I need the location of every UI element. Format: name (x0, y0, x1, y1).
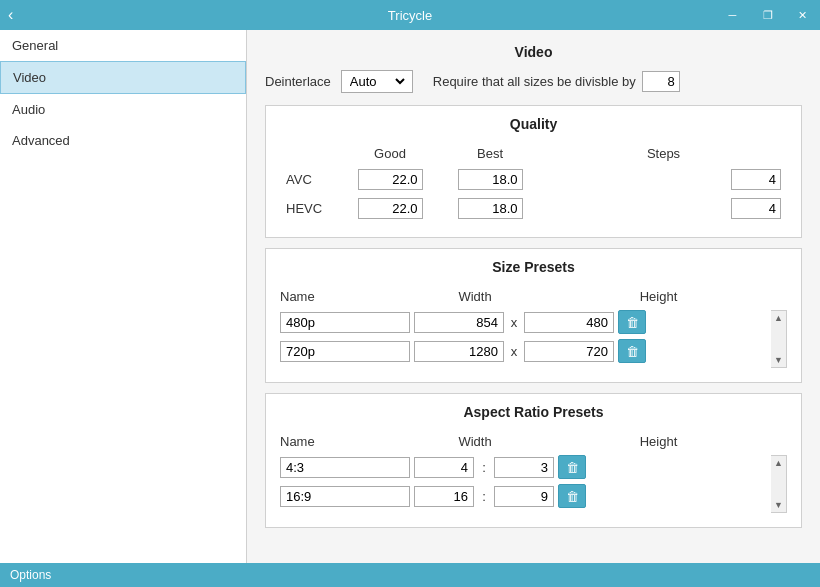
aspect-presets-title: Aspect Ratio Presets (280, 404, 787, 420)
quality-col-good: Good (340, 142, 440, 165)
quality-good-hevc (340, 194, 440, 223)
sidebar-item-general[interactable]: General (0, 30, 246, 61)
aspect-sep: : (478, 460, 490, 475)
back-button[interactable]: ‹ (8, 0, 13, 30)
aspect-presets-header: Name Width Height (280, 430, 787, 455)
aspect-preset-width-input[interactable] (414, 486, 474, 507)
quality-best-hevc (440, 194, 540, 223)
aspect-scroll-down[interactable]: ▼ (774, 500, 783, 510)
divisible-label: Require that all sizes be divisble by (433, 74, 636, 89)
quality-codec-hevc: HEVC (280, 194, 340, 223)
size-preset-name-input[interactable] (280, 312, 410, 333)
window-controls: ─ ❐ ✕ (715, 0, 820, 30)
quality-col-codec (280, 142, 340, 165)
aspect-rows-area: : 🗑 : 🗑 (280, 455, 771, 513)
quality-good-input-hevc[interactable] (358, 198, 423, 219)
aspect-sep: : (478, 489, 490, 504)
quality-table: Good Best Steps AVC HEVC (280, 142, 787, 223)
size-preset-name-input[interactable] (280, 341, 410, 362)
size-preset-width-input[interactable] (414, 341, 504, 362)
size-col-height-label: Height (530, 289, 787, 304)
size-sep: x (508, 315, 520, 330)
titlebar: ‹ Tricycle ─ ❐ ✕ (0, 0, 820, 30)
aspect-scrollbar: ▲ ▼ (771, 455, 787, 513)
quality-good-input-avc[interactable] (358, 169, 423, 190)
aspect-delete-button[interactable]: 🗑 (558, 455, 586, 479)
aspect-preset-height-input[interactable] (494, 457, 554, 478)
statusbar-label: Options (10, 568, 51, 582)
aspect-col-name-label: Name (280, 434, 420, 449)
sidebar-item-audio[interactable]: Audio (0, 94, 246, 125)
aspect-preset-row: : 🗑 (280, 455, 771, 479)
aspect-preset-height-input[interactable] (494, 486, 554, 507)
deinterlace-dropdown-wrap: Auto None Always (341, 70, 413, 93)
quality-row: HEVC (280, 194, 787, 223)
statusbar: Options (0, 563, 820, 587)
size-scroll-up[interactable]: ▲ (774, 313, 783, 323)
quality-col-steps: Steps (540, 142, 787, 165)
size-scroll-down[interactable]: ▼ (774, 355, 783, 365)
deinterlace-select[interactable]: Auto None Always (346, 73, 408, 90)
sidebar-item-video[interactable]: Video (0, 61, 246, 94)
quality-steps-hevc (540, 194, 787, 223)
close-button[interactable]: ✕ (785, 0, 820, 30)
sidebar: General Video Audio Advanced (0, 30, 247, 563)
content-area: Video Deinterlace Auto None Always Requi… (247, 30, 820, 563)
divisible-input[interactable] (642, 71, 680, 92)
quality-best-input-avc[interactable] (458, 169, 523, 190)
size-sep: x (508, 344, 520, 359)
aspect-preset-name-input[interactable] (280, 457, 410, 478)
aspect-scroll-up[interactable]: ▲ (774, 458, 783, 468)
quality-steps-input-avc[interactable] (731, 169, 781, 190)
size-presets-title: Size Presets (280, 259, 787, 275)
size-rows-area: x 🗑 x 🗑 (280, 310, 771, 368)
size-delete-button[interactable]: 🗑 (618, 339, 646, 363)
quality-steps-input-hevc[interactable] (731, 198, 781, 219)
aspect-preset-row: : 🗑 (280, 484, 771, 508)
top-controls: Deinterlace Auto None Always Require tha… (265, 70, 802, 93)
size-presets-panel: Size Presets Name Width Height x 🗑 x 🗑 ▲ (265, 248, 802, 383)
divisible-wrap: Require that all sizes be divisble by (433, 71, 680, 92)
quality-codec-avc: AVC (280, 165, 340, 194)
section-title: Video (265, 44, 802, 60)
size-preset-height-input[interactable] (524, 341, 614, 362)
size-delete-button[interactable]: 🗑 (618, 310, 646, 334)
size-preset-width-input[interactable] (414, 312, 504, 333)
size-preset-height-input[interactable] (524, 312, 614, 333)
quality-title: Quality (280, 116, 787, 132)
aspect-presets-scroll: : 🗑 : 🗑 ▲ ▼ (280, 455, 787, 513)
size-presets-scroll: x 🗑 x 🗑 ▲ ▼ (280, 310, 787, 368)
size-preset-row: x 🗑 (280, 310, 771, 334)
aspect-col-width-label: Width (420, 434, 530, 449)
size-col-width-label: Width (420, 289, 530, 304)
sidebar-item-advanced[interactable]: Advanced (0, 125, 246, 156)
quality-good-avc (340, 165, 440, 194)
aspect-col-height-label: Height (530, 434, 787, 449)
main-content: General Video Audio Advanced Video Deint… (0, 30, 820, 563)
quality-steps-avc (540, 165, 787, 194)
size-col-name-label: Name (280, 289, 420, 304)
quality-row: AVC (280, 165, 787, 194)
size-presets-header: Name Width Height (280, 285, 787, 310)
aspect-delete-button[interactable]: 🗑 (558, 484, 586, 508)
quality-best-input-hevc[interactable] (458, 198, 523, 219)
aspect-preset-width-input[interactable] (414, 457, 474, 478)
size-scrollbar: ▲ ▼ (771, 310, 787, 368)
titlebar-title: Tricycle (388, 8, 432, 23)
aspect-preset-name-input[interactable] (280, 486, 410, 507)
aspect-presets-panel: Aspect Ratio Presets Name Width Height :… (265, 393, 802, 528)
size-preset-row: x 🗑 (280, 339, 771, 363)
minimize-button[interactable]: ─ (715, 0, 750, 30)
restore-button[interactable]: ❐ (750, 0, 785, 30)
quality-best-avc (440, 165, 540, 194)
quality-panel: Quality Good Best Steps AVC HEVC (265, 105, 802, 238)
deinterlace-label: Deinterlace (265, 74, 331, 89)
quality-col-best: Best (440, 142, 540, 165)
